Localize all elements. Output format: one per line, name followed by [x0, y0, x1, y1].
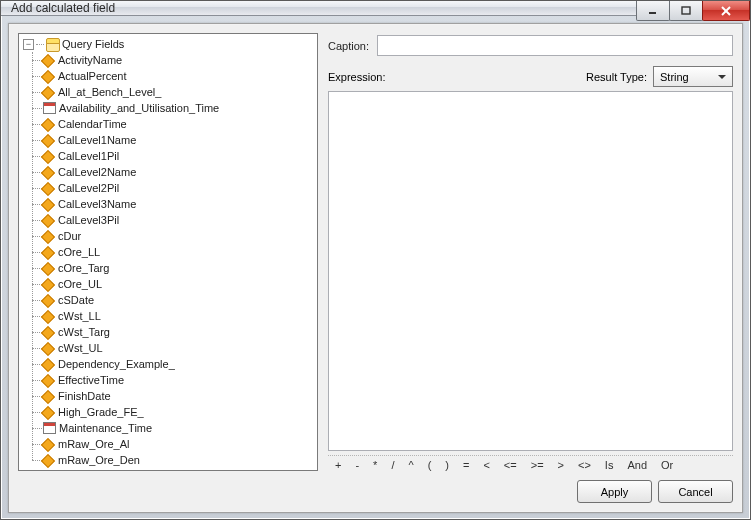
tree-item[interactable]: CalLevel3Name [43, 196, 317, 212]
tree-item-label: cOre_LL [58, 246, 100, 258]
operator-button[interactable]: - [348, 459, 366, 471]
result-type-value: String [660, 71, 689, 83]
tree-item-label: All_at_Bench_Level_ [58, 86, 161, 98]
operator-button[interactable]: ^ [401, 459, 420, 471]
operator-button[interactable]: Or [654, 459, 680, 471]
tree-item-label: CalLevel3Pil [58, 214, 119, 226]
tree-item-label: CalLevel3Name [58, 198, 136, 210]
maximize-button[interactable] [669, 1, 703, 21]
close-button[interactable] [702, 1, 750, 21]
operator-button[interactable]: >= [524, 459, 551, 471]
result-type-label: Result Type: [586, 71, 647, 83]
tree-item[interactable]: cDur [43, 228, 317, 244]
tree-item[interactable]: cOre_Targ [43, 260, 317, 276]
tree-item[interactable]: Availability_and_Utilisation_Time [43, 100, 317, 116]
tree-item-label: EffectiveTime [58, 374, 124, 386]
field-icon [43, 374, 55, 386]
titlebar: Add calculated field [1, 1, 750, 16]
caption-label: Caption: [328, 40, 369, 52]
tree-item[interactable]: cWst_LL [43, 308, 317, 324]
calendar-icon [43, 422, 56, 434]
operator-button[interactable]: ) [438, 459, 456, 471]
field-icon [43, 294, 55, 306]
tree-item-label: CalLevel2Pil [58, 182, 119, 194]
tree-item[interactable]: EffectiveTime [43, 372, 317, 388]
tree-item[interactable]: cOre_LL [43, 244, 317, 260]
tree-item[interactable]: FinishDate [43, 388, 317, 404]
field-icon [43, 278, 55, 290]
tree-item[interactable]: ActualPercent [43, 68, 317, 84]
field-icon [43, 326, 55, 338]
tree-root[interactable]: − Query Fields [23, 36, 317, 52]
tree-children: ActivityNameActualPercentAll_at_Bench_Le… [23, 52, 317, 468]
operator-button[interactable]: <> [571, 459, 598, 471]
tree-item[interactable]: cWst_UL [43, 340, 317, 356]
operator-button[interactable]: > [551, 459, 571, 471]
expression-textarea[interactable] [328, 91, 733, 451]
operator-button[interactable]: * [366, 459, 384, 471]
operator-button[interactable]: ( [421, 459, 439, 471]
tree-item-label: CalLevel1Name [58, 134, 136, 146]
tree-item[interactable]: cOre_UL [43, 276, 317, 292]
field-icon [43, 246, 55, 258]
tree-item[interactable]: Dependency_Example_ [43, 356, 317, 372]
tree-item[interactable]: All_at_Bench_Level_ [43, 84, 317, 100]
operator-button[interactable]: Is [598, 459, 621, 471]
result-type-select[interactable]: String [653, 66, 733, 87]
tree-item[interactable]: Maintenance_Time [43, 420, 317, 436]
field-icon [43, 358, 55, 370]
minimize-icon [648, 6, 658, 16]
tree-item[interactable]: mRaw_Ore_Den [43, 452, 317, 468]
collapse-icon[interactable]: − [23, 39, 34, 50]
minimize-button[interactable] [636, 1, 670, 21]
tree-item-label: ActivityName [58, 54, 122, 66]
tree-item-label: Dependency_Example_ [58, 358, 175, 370]
tree-item[interactable]: CalLevel2Name [43, 164, 317, 180]
operator-button[interactable]: < [476, 459, 496, 471]
window-frame: Add calculated field − [0, 0, 751, 520]
body-row: − Query Fields ActivityNameActualPercent… [18, 33, 733, 471]
field-icon [43, 310, 55, 322]
cancel-button[interactable]: Cancel [658, 480, 733, 503]
tree-item-label: CalLevel1Pil [58, 150, 119, 162]
query-fields-tree[interactable]: − Query Fields ActivityNameActualPercent… [18, 33, 318, 471]
field-icon [43, 342, 55, 354]
field-icon [43, 198, 55, 210]
field-icon [43, 214, 55, 226]
tree-item[interactable]: CalLevel3Pil [43, 212, 317, 228]
tree-item[interactable]: CalLevel1Pil [43, 148, 317, 164]
tree-item[interactable]: mRaw_Ore_Al [43, 436, 317, 452]
tree-item-label: cWst_Targ [58, 326, 110, 338]
field-icon [43, 406, 55, 418]
tree-item[interactable]: cWst_Targ [43, 324, 317, 340]
tree-item[interactable]: CalLevel1Name [43, 132, 317, 148]
svg-rect-1 [682, 7, 690, 14]
window-controls [637, 1, 750, 23]
tree-item-label: CalendarTime [58, 118, 127, 130]
tree-item-label: mRaw_Ore_Al [58, 438, 130, 450]
tree-item-label: cWst_LL [58, 310, 101, 322]
tree-item[interactable]: CalendarTime [43, 116, 317, 132]
tree-item[interactable]: CalLevel2Pil [43, 180, 317, 196]
tree-item-label: High_Grade_FE_ [58, 406, 144, 418]
operator-button[interactable]: = [456, 459, 476, 471]
operator-toolbar: +-*/^()=<<=>=><>IsAndOr [328, 455, 733, 471]
calendar-icon [43, 102, 56, 114]
operator-button[interactable]: + [328, 459, 348, 471]
operator-button[interactable]: And [620, 459, 654, 471]
tree-item-label: cOre_Targ [58, 262, 109, 274]
close-icon [720, 6, 732, 16]
operator-button[interactable]: <= [497, 459, 524, 471]
tree-item[interactable]: High_Grade_FE_ [43, 404, 317, 420]
apply-button[interactable]: Apply [577, 480, 652, 503]
field-icon [43, 230, 55, 242]
field-icon [43, 134, 55, 146]
maximize-icon [681, 6, 691, 16]
tree-connector [36, 44, 44, 45]
tree-item-label: CalLevel2Name [58, 166, 136, 178]
operator-button[interactable]: / [384, 459, 401, 471]
caption-input[interactable] [377, 35, 733, 56]
tree-item[interactable]: ActivityName [43, 52, 317, 68]
tree-item[interactable]: cSDate [43, 292, 317, 308]
tree-item-label: Availability_and_Utilisation_Time [59, 102, 219, 114]
